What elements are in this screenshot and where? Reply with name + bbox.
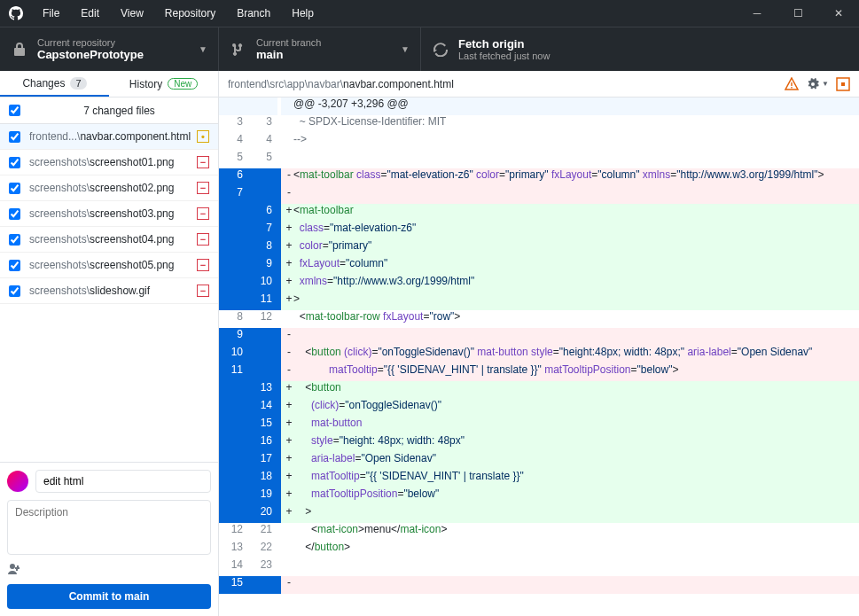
changes-count-badge: 7	[70, 77, 86, 90]
tab-history[interactable]: History New	[109, 71, 218, 97]
menu-repository[interactable]: Repository	[156, 4, 224, 23]
line-number-new: 21	[248, 523, 277, 541]
chevron-down-icon: ▼	[401, 44, 410, 54]
diff-line: 15 -	[219, 576, 859, 594]
diff-line: 10 + xmlns="http://www.w3.org/1999/html"	[219, 275, 859, 292]
line-number-new: 13	[248, 381, 277, 399]
diff-code: <button (click)="onToggleSidenav()" mat-…	[293, 346, 859, 363]
line-number-new: 15	[248, 417, 277, 434]
diff-sign: -	[281, 576, 293, 594]
menu-view[interactable]: View	[112, 4, 152, 23]
menu-edit[interactable]: Edit	[72, 4, 108, 23]
commit-button[interactable]: Commit to main	[7, 584, 211, 609]
files-header: 7 changed files	[0, 97, 218, 124]
file-checkbox[interactable]	[9, 208, 20, 220]
diff-sign	[281, 523, 293, 541]
diff-code: ~ SPDX-License-Identifier: MIT	[293, 115, 859, 133]
diff-sign	[281, 115, 293, 133]
line-number-new	[248, 97, 277, 115]
branch-selector[interactable]: Current branch main ▼	[219, 27, 421, 71]
diff-code: <mat-toolbar class="mat-elevation-z6" co…	[293, 168, 859, 186]
titlebar: FileEditViewRepositoryBranchHelp ─ ☐ ✕	[0, 0, 859, 27]
diff-line: 3 3 ~ SPDX-License-Identifier: MIT	[219, 115, 859, 133]
file-list: frontend...\navbar.component.html • scre…	[0, 124, 218, 462]
diff-sign	[281, 97, 293, 115]
line-number-new	[248, 168, 277, 186]
diff-code: mat-button	[293, 417, 859, 434]
line-number-new: 17	[248, 452, 277, 470]
file-status-modified-icon: •	[197, 130, 209, 143]
tab-changes[interactable]: Changes 7	[0, 71, 109, 97]
select-all-checkbox[interactable]	[9, 105, 20, 116]
diff-code	[293, 576, 859, 594]
settings-dropdown[interactable]: ▼	[806, 77, 829, 91]
diff-code: fxLayout="column"	[293, 257, 859, 275]
branch-label: Current branch	[256, 37, 321, 48]
maximize-button[interactable]: ☐	[777, 0, 818, 27]
new-badge: New	[168, 78, 198, 90]
diff-code: <mat-toolbar	[293, 204, 859, 222]
line-number-new: 19	[248, 487, 277, 505]
file-row[interactable]: frontend...\navbar.component.html •	[0, 124, 218, 150]
file-checkbox[interactable]	[9, 131, 20, 143]
diff-code: aria-label="Open Sidenav"	[293, 452, 859, 470]
commit-summary-input[interactable]	[35, 470, 211, 493]
chevron-down-icon: ▼	[199, 44, 207, 54]
file-checkbox[interactable]	[9, 260, 20, 271]
add-coauthor-button[interactable]	[7, 558, 211, 581]
file-row[interactable]: screenshots\slideshow.gif −	[0, 278, 218, 304]
diff-sign	[281, 151, 293, 168]
diff-line: 6 - <mat-toolbar class="mat-elevation-z6…	[219, 168, 859, 186]
line-number-old	[219, 222, 248, 239]
file-row[interactable]: screenshots\screenshot04.png −	[0, 227, 218, 253]
repo-selector[interactable]: Current repository CapstonePrototype ▼	[0, 27, 219, 71]
line-number-old: 9	[219, 328, 248, 346]
diff-line: 15 + mat-button	[219, 417, 859, 434]
menu-branch[interactable]: Branch	[228, 4, 279, 23]
diff-line: 8 12 <mat-toolbar-row fxLayout="row">	[219, 310, 859, 328]
line-number-new: 4	[248, 133, 277, 151]
file-checkbox[interactable]	[9, 183, 20, 194]
diff-line: 10 - <button (click)="onToggleSidenav()"…	[219, 346, 859, 363]
file-name: screenshots\screenshot04.png	[29, 233, 197, 246]
line-number-new: 18	[248, 470, 277, 487]
diff-line: 16 + style="height: 48px; width: 48px"	[219, 434, 859, 452]
diff-line: 6 + <mat-toolbar	[219, 204, 859, 222]
path-dir: frontend\src\app\navbar\	[228, 78, 343, 90]
line-number-new: 20	[248, 505, 277, 523]
diff-line: 9 + fxLayout="column"	[219, 257, 859, 275]
diff-sign: -	[281, 328, 293, 346]
fetch-button[interactable]: Fetch origin Last fetched just now	[421, 27, 562, 71]
diff-view-icon[interactable]	[836, 77, 850, 91]
file-row[interactable]: screenshots\screenshot05.png −	[0, 253, 218, 278]
commit-description-input[interactable]	[7, 500, 211, 555]
gear-icon	[806, 77, 820, 91]
file-checkbox[interactable]	[9, 285, 20, 297]
diff-line: 19 + matTooltipPosition="below"	[219, 487, 859, 505]
file-row[interactable]: screenshots\screenshot02.png −	[0, 175, 218, 201]
line-number-new: 22	[248, 541, 277, 558]
close-button[interactable]: ✕	[818, 0, 859, 27]
diff-sign: +	[281, 505, 293, 523]
line-number-old: 5	[219, 151, 248, 168]
file-row[interactable]: screenshots\screenshot01.png −	[0, 150, 218, 175]
line-number-new	[248, 186, 277, 204]
minimize-button[interactable]: ─	[737, 0, 777, 27]
diff-code: </button>	[293, 541, 859, 558]
diff-code	[293, 186, 859, 204]
sync-icon	[433, 43, 448, 57]
file-checkbox[interactable]	[9, 234, 20, 246]
path-bar: frontend\src\app\navbar\navbar.component…	[219, 71, 859, 97]
menu-help[interactable]: Help	[283, 4, 323, 23]
tab-changes-label: Changes	[22, 77, 65, 90]
menu-file[interactable]: File	[34, 4, 68, 23]
line-number-old	[219, 275, 248, 292]
file-name: screenshots\slideshow.gif	[29, 285, 197, 297]
diff-code: -->	[293, 133, 859, 151]
file-checkbox[interactable]	[9, 157, 20, 168]
fetch-label: Fetch origin	[458, 37, 550, 51]
diff-view[interactable]: @@ -3,207 +3,296 @@3 3 ~ SPDX-License-Id…	[219, 97, 859, 616]
warning-icon[interactable]	[785, 77, 799, 91]
main: Changes 7 History New 7 changed files fr…	[0, 71, 859, 616]
file-row[interactable]: screenshots\screenshot03.png −	[0, 201, 218, 227]
